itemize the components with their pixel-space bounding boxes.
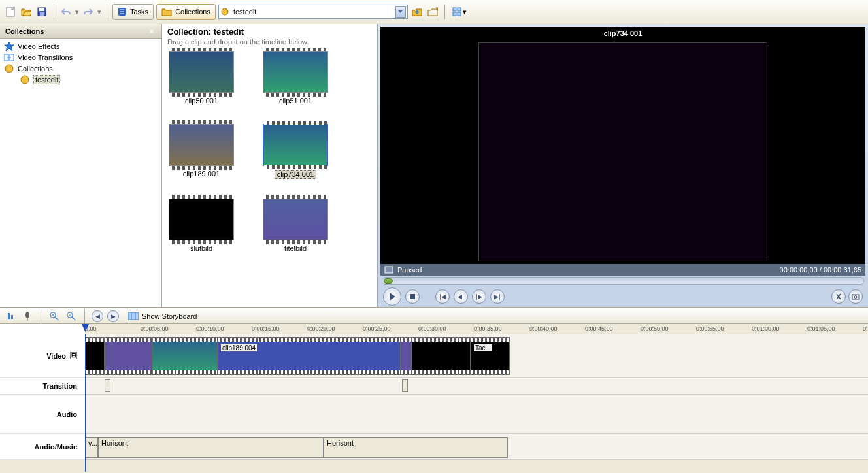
save-button[interactable]	[35, 5, 48, 18]
folder-icon	[161, 7, 172, 16]
collections-label: Collections	[175, 8, 210, 16]
timeline-toolbar: ◀ ▶ Show Storyboard	[0, 308, 868, 324]
svg-text:✱: ✱	[435, 7, 438, 12]
svg-rect-2	[39, 8, 44, 11]
track-label-video: Video⊟	[0, 334, 85, 378]
tree-label: Collections	[18, 65, 53, 73]
play-button[interactable]	[383, 287, 401, 306]
collection-selector[interactable]: testedit	[218, 5, 408, 19]
clip-item[interactable]: slutbild	[169, 199, 234, 252]
clips-grid[interactable]: clip50 001 clip51 001 clip189 001 clip73…	[162, 48, 377, 307]
timeline-clip[interactable]	[401, 337, 412, 375]
clip-thumb	[169, 124, 234, 166]
timeline-clip[interactable]	[85, 337, 105, 375]
timeline-levels-button[interactable]	[4, 310, 17, 323]
collection-selector-value: testedit	[233, 8, 256, 16]
svg-point-17	[21, 76, 29, 84]
redo-button[interactable]	[82, 5, 95, 18]
snapshot-button[interactable]	[848, 289, 863, 304]
collections-button[interactable]: Collections	[156, 4, 216, 20]
timeline-clip[interactable]	[152, 337, 218, 375]
svg-rect-33	[128, 312, 139, 320]
sidebar-close-button[interactable]: ×	[147, 27, 156, 36]
clip-item[interactable]: titelbild	[263, 199, 328, 252]
tree-item-transitions[interactable]: Video Transitions	[0, 52, 161, 63]
zoom-out-button[interactable]	[65, 310, 78, 323]
redo-dropdown[interactable]: ▾	[97, 8, 101, 16]
undo-dropdown[interactable]: ▾	[75, 8, 79, 16]
audio-clip[interactable]: Horisont	[98, 437, 324, 458]
svg-line-27	[55, 317, 58, 320]
transition-marker[interactable]	[105, 379, 110, 392]
transition-marker[interactable]	[402, 379, 408, 392]
open-button[interactable]	[20, 5, 33, 18]
timeline-narrate-button[interactable]	[21, 310, 34, 323]
next-button[interactable]: ▶|	[490, 289, 505, 304]
dropdown-arrow[interactable]	[395, 6, 406, 18]
timeline-clip[interactable]	[412, 337, 471, 375]
collections-tree: Video Effects Video Transitions Collecti…	[0, 39, 161, 87]
ruler-tick: 0:01:00,00	[752, 325, 780, 332]
clip-thumb	[263, 51, 328, 93]
timeline-clip[interactable]: clip189 004	[218, 337, 401, 375]
folder-icon	[4, 64, 14, 73]
audio-clip[interactable]: v...	[85, 437, 98, 458]
tree-label: Video Effects	[18, 42, 59, 50]
view-button[interactable]: ▾	[450, 5, 469, 18]
audio-track[interactable]	[85, 395, 868, 434]
svg-rect-19	[410, 294, 415, 299]
up-folder-button[interactable]	[410, 5, 424, 18]
tree-label: testedit	[33, 75, 60, 84]
new-folder-button[interactable]: ✱	[426, 5, 439, 18]
clip-label: clip189 001	[183, 170, 220, 178]
playhead[interactable]	[85, 334, 86, 472]
timeline-clip[interactable]	[105, 337, 152, 375]
preview-time: 00:00:00,00 / 00:00:31,65	[780, 266, 861, 274]
timeline-clip[interactable]: Tac...	[471, 337, 510, 375]
svg-rect-11	[458, 8, 461, 11]
transition-track[interactable]	[85, 378, 868, 395]
svg-rect-23	[11, 315, 13, 319]
svg-rect-22	[8, 313, 10, 319]
clip-item[interactable]: clip189 001	[169, 124, 234, 179]
clip-label: clip50 001	[185, 97, 218, 105]
collapse-video-button[interactable]: ⊟	[70, 352, 77, 359]
tasks-button[interactable]: Tasks	[112, 4, 154, 20]
storyboard-icon	[128, 312, 139, 320]
split-button[interactable]	[831, 289, 846, 304]
clip-item[interactable]: clip51 001	[263, 51, 328, 105]
frame-back-button[interactable]: ◀|	[454, 289, 468, 304]
stop-button[interactable]	[405, 289, 420, 304]
audio-clip[interactable]: Horisont	[324, 437, 508, 458]
sidebar-header: Collections ×	[0, 24, 161, 39]
svg-point-24	[25, 312, 29, 318]
timeline-play-button[interactable]: ▶	[107, 310, 119, 322]
timeline-ruler[interactable]: 0,000:00:05,000:00:10,000:00:15,000:00:2…	[85, 324, 868, 334]
tree-item-effects[interactable]: Video Effects	[0, 41, 161, 52]
video-track[interactable]: clip189 004Tac...	[85, 334, 868, 378]
clip-label: Tac...	[474, 344, 492, 351]
star-icon	[4, 41, 14, 52]
tree-item-testedit[interactable]: testedit	[0, 74, 161, 85]
show-storyboard-button[interactable]: Show Storyboard	[128, 312, 197, 320]
timeline-content[interactable]: clip189 004Tac... v...HorisontHorisont	[85, 334, 868, 460]
music-track[interactable]: v...HorisontHorisont	[85, 434, 868, 460]
zoom-in-button[interactable]	[48, 310, 61, 323]
tree-item-collections[interactable]: Collections	[0, 63, 161, 74]
preview-seek-slider[interactable]	[382, 277, 864, 285]
ruler-tick: 0:00:20,00	[307, 325, 335, 332]
collection-subtitle: Drag a clip and drop it on the timeline …	[167, 38, 372, 46]
clip-label: clip734 001	[275, 170, 316, 179]
timeline-rewind-button[interactable]: ◀	[92, 310, 103, 322]
clip-item[interactable]: clip50 001	[169, 51, 234, 105]
timeline-area: ◀ ▶ Show Storyboard 0,000:00:05,000:00:1…	[0, 307, 868, 460]
preview-video[interactable]: clip734 001	[380, 27, 865, 264]
ruler-tick: 0:00:10,00	[196, 325, 224, 332]
prev-button[interactable]: |◀	[435, 289, 450, 304]
clip-item[interactable]: clip734 001	[263, 124, 328, 179]
new-project-button[interactable]	[4, 5, 17, 18]
clip-thumb	[169, 199, 234, 240]
undo-button[interactable]	[59, 5, 73, 18]
seek-thumb[interactable]	[384, 278, 393, 284]
frame-fwd-button[interactable]: |▶	[472, 289, 486, 304]
